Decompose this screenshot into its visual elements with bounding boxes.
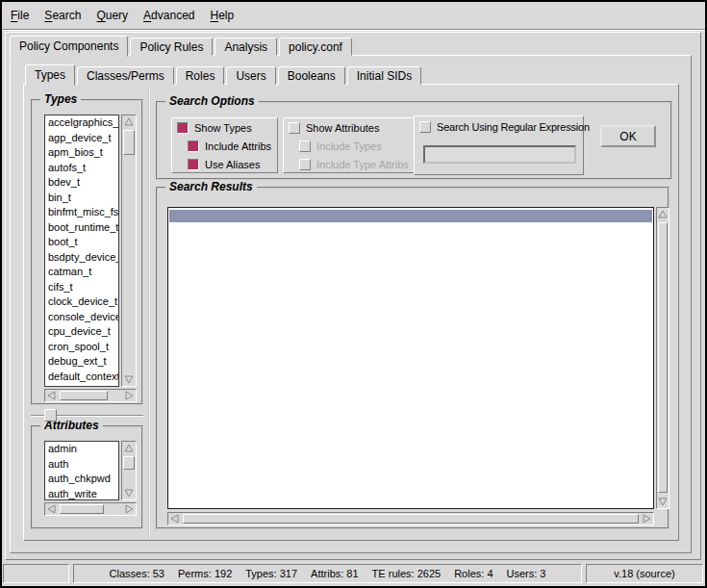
scroll-up-arrow-icon[interactable] <box>657 208 669 220</box>
tab-policy-components[interactable]: Policy Components <box>10 36 128 57</box>
menu-query[interactable]: Query <box>91 7 133 24</box>
show-attributes-checkbox[interactable]: Show Attributes <box>289 122 379 134</box>
type-list-item[interactable]: boot_t <box>45 235 118 250</box>
menu-help[interactable]: Help <box>205 7 239 24</box>
scroll-up-arrow-icon[interactable] <box>122 115 136 128</box>
scroll-left-arrow-icon[interactable] <box>45 503 58 515</box>
scroll-up-arrow-icon[interactable] <box>122 442 136 454</box>
menu-advanced[interactable]: Advanced <box>139 7 199 24</box>
types-hscrollbar[interactable] <box>44 389 137 402</box>
scroll-down-arrow-icon[interactable] <box>657 496 669 508</box>
status-stat: Classes: 53 <box>110 568 164 579</box>
tab-initial-sids[interactable]: Initial SIDs <box>347 66 421 85</box>
type-list-item[interactable]: apm_bios_t <box>45 145 118 161</box>
main-tab-bar: Policy ComponentsPolicy RulesAnalysispol… <box>10 35 352 56</box>
menubar-separator <box>2 29 705 31</box>
attribute-list-item[interactable]: auth_chkpwd <box>45 472 118 487</box>
attributes-hscrollbar[interactable] <box>44 502 137 516</box>
use-aliases-checkbox[interactable]: Use Aliases <box>188 159 260 170</box>
scroll-thumb[interactable] <box>60 504 104 514</box>
scroll-thumb[interactable] <box>183 514 639 524</box>
type-list-item[interactable]: boot_runtime_t <box>45 220 118 236</box>
scroll-left-arrow-icon[interactable] <box>45 390 58 401</box>
version-label: v.18 (source) <box>614 568 674 579</box>
checkbox-indicator-icon <box>188 141 199 152</box>
app-window: FileSearchQueryAdvancedHelp Policy Compo… <box>2 2 705 586</box>
type-list-item[interactable]: default_t <box>45 384 118 387</box>
types-frame: Types accelgraphics_eagp_device_tapm_bio… <box>31 99 143 405</box>
status-stat: Types: 317 <box>245 568 297 579</box>
type-list-item[interactable]: cpu_device_t <box>45 324 118 340</box>
scroll-right-arrow-icon[interactable] <box>123 503 136 515</box>
status-stat: Roles: 4 <box>454 568 492 579</box>
attributes-vscrollbar[interactable] <box>121 441 137 500</box>
scroll-thumb[interactable] <box>60 391 108 400</box>
type-list-item[interactable]: clock_device_t <box>45 294 118 310</box>
scroll-down-arrow-icon[interactable] <box>122 487 136 499</box>
search-options-title: Search Options <box>165 94 259 108</box>
checkbox-label: Include Attribs <box>205 141 271 152</box>
attribute-list-item[interactable]: auth_write <box>45 487 118 501</box>
attributes-listbox[interactable]: adminauthauth_chkpwdauth_write <box>44 441 119 500</box>
regex-group: Search Using Regular Expression <box>414 115 584 175</box>
attribute-list-item[interactable]: admin <box>45 442 118 457</box>
status-stat: Attribs: 81 <box>311 568 359 579</box>
type-list-item[interactable]: autofs_t <box>45 161 118 176</box>
tab-policy-rules[interactable]: Policy Rules <box>130 38 213 56</box>
tab-classes-perms[interactable]: Classes/Perms <box>77 66 174 85</box>
type-list-item[interactable]: agp_device_t <box>45 131 118 146</box>
scroll-thumb[interactable] <box>123 130 135 155</box>
checkbox-indicator-icon <box>289 122 300 134</box>
show-types-checkbox[interactable]: Show Types <box>177 122 252 134</box>
results-hscrollbar[interactable] <box>167 512 654 525</box>
ok-button[interactable]: OK <box>600 125 656 147</box>
show-attributes-group: Show Attributes Include Types Include Ty… <box>283 117 415 173</box>
type-list-item[interactable]: console_device <box>45 310 118 325</box>
results-vscrollbar[interactable] <box>656 207 669 509</box>
types-listbox[interactable]: accelgraphics_eagp_device_tapm_bios_taut… <box>44 115 119 387</box>
tab-types[interactable]: Types <box>25 64 75 86</box>
type-list-item[interactable]: binfmt_misc_fs <box>45 205 118 220</box>
type-list-item[interactable]: cron_spool_t <box>45 340 118 355</box>
scroll-thumb[interactable] <box>658 222 668 493</box>
include-type-attribs-checkbox[interactable]: Include Type Attribs <box>299 159 409 170</box>
scroll-left-arrow-icon[interactable] <box>168 513 181 524</box>
type-list-item[interactable]: accelgraphics_e <box>45 115 118 131</box>
checkbox-label: Show Attributes <box>306 122 379 134</box>
tab-users[interactable]: Users <box>226 66 275 85</box>
tab-policy-conf[interactable]: policy.conf <box>279 38 352 56</box>
checkbox-label: Use Aliases <box>205 159 260 170</box>
attribute-list-item[interactable]: auth <box>45 457 118 473</box>
checkbox-indicator-icon <box>419 121 431 133</box>
scroll-right-arrow-icon[interactable] <box>641 513 653 524</box>
scroll-right-arrow-icon[interactable] <box>123 390 136 401</box>
include-attribs-checkbox[interactable]: Include Attribs <box>188 141 271 152</box>
regex-checkbox[interactable]: Search Using Regular Expression <box>419 121 590 133</box>
regex-entry[interactable] <box>423 145 576 164</box>
menu-file[interactable]: File <box>6 7 34 24</box>
type-list-item[interactable]: cifs_t <box>45 280 118 295</box>
scroll-down-arrow-icon[interactable] <box>122 373 136 386</box>
menu-search[interactable]: Search <box>39 7 86 24</box>
include-types-checkbox[interactable]: Include Types <box>299 141 382 152</box>
sash-handle[interactable] <box>44 409 57 422</box>
tab-roles[interactable]: Roles <box>176 66 225 85</box>
type-list-item[interactable]: bdev_t <box>45 175 118 191</box>
tab-booleans[interactable]: Booleans <box>278 66 345 85</box>
type-list-item[interactable]: debug_ext_t <box>45 354 118 370</box>
checkbox-label: Include Type Attribs <box>316 159 409 170</box>
scroll-thumb[interactable] <box>123 456 135 470</box>
results-text-area[interactable] <box>167 207 654 509</box>
checkbox-indicator-icon <box>188 159 199 170</box>
type-list-item[interactable]: catman_t <box>45 265 118 280</box>
checkbox-label: Search Using Regular Expression <box>437 121 590 133</box>
type-list-item[interactable]: default_context <box>45 370 118 385</box>
type-list-item[interactable]: bsdpty_device_ <box>45 250 118 266</box>
status-stat: Perms: 192 <box>178 568 232 579</box>
types-vscrollbar[interactable] <box>121 115 137 387</box>
tab-analysis[interactable]: Analysis <box>215 38 277 56</box>
type-list-item[interactable]: bin_t <box>45 191 118 206</box>
status-left <box>3 564 69 583</box>
checkbox-indicator-icon <box>177 122 189 134</box>
pane-divider[interactable] <box>148 89 150 539</box>
